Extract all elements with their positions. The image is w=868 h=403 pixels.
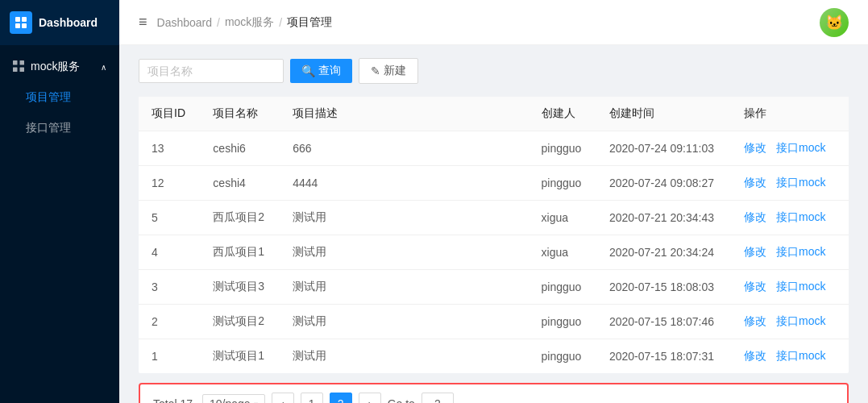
page-2-button[interactable]: 2 (330, 393, 352, 403)
cell-name: 西瓜项目1 (200, 235, 280, 270)
goto-label: Go to (388, 397, 415, 403)
cell-id: 12 (139, 166, 200, 201)
cell-id: 1 (139, 339, 200, 374)
cell-created: 2020-07-24 09:08:27 (596, 166, 731, 201)
cell-created: 2020-07-15 18:07:46 (596, 305, 731, 339)
cell-actions: 修改 接口mock (731, 270, 849, 305)
mock-link[interactable]: 接口mock (776, 245, 825, 258)
mock-link[interactable]: 接口mock (776, 314, 825, 327)
prev-page-button[interactable]: ‹ (272, 393, 294, 403)
cell-creator: xigua (529, 235, 596, 270)
edit-link[interactable]: 修改 (744, 280, 766, 293)
cell-desc: 测试用 (280, 339, 528, 374)
page-size-select[interactable]: 10/page ▾ (202, 394, 265, 403)
cell-actions: 修改 接口mock (731, 166, 849, 201)
sidebar-logo-text: Dashboard (39, 16, 98, 29)
edit-link[interactable]: 修改 (744, 314, 766, 327)
cell-created: 2020-07-15 18:07:31 (596, 339, 731, 374)
avatar[interactable]: 🐱 (820, 8, 849, 37)
search-bar: 🔍 查询 ✎ 新建 (139, 58, 849, 84)
mock-link[interactable]: 接口mock (776, 280, 825, 293)
table-row: 12 ceshi4 4444 pingguo 2020-07-24 09:08:… (139, 166, 849, 201)
mock-link[interactable]: 接口mock (776, 176, 825, 189)
header: ≡ Dashboard / mock服务 / 项目管理 🐱 (119, 0, 868, 45)
cell-name: 测试项目3 (200, 270, 280, 305)
cell-desc: 测试用 (280, 270, 528, 305)
table-row: 2 测试项目2 测试用 pingguo 2020-07-15 18:07:46 … (139, 305, 849, 339)
cell-actions: 修改 接口mock (731, 305, 849, 339)
cell-actions: 修改 接口mock (731, 131, 849, 166)
breadcrumb-current: 项目管理 (287, 15, 332, 30)
edit-link[interactable]: 修改 (744, 141, 766, 154)
sidebar-group-mock: mock服务 ∧ 项目管理 接口管理 (0, 52, 119, 143)
logo-icon (10, 11, 32, 34)
query-label: 查询 (318, 64, 341, 78)
goto-input[interactable] (422, 393, 454, 403)
query-button[interactable]: 🔍 查询 (290, 59, 352, 83)
cell-created: 2020-07-15 18:08:03 (596, 270, 731, 305)
menu-toggle-icon[interactable]: ≡ (139, 14, 147, 31)
cell-desc: 测试用 (280, 235, 528, 270)
cell-name: 测试项目1 (200, 339, 280, 374)
sidebar-group-mock-header[interactable]: mock服务 ∧ (0, 52, 119, 82)
edit-icon: ✎ (371, 64, 380, 77)
cell-name: 测试项目2 (200, 305, 280, 339)
search-input[interactable] (139, 59, 284, 83)
svg-rect-5 (20, 60, 25, 65)
svg-rect-3 (22, 23, 27, 28)
edit-link[interactable]: 修改 (744, 210, 766, 223)
cell-desc: 666 (280, 131, 528, 166)
mock-link[interactable]: 接口mock (776, 349, 825, 362)
avatar-image: 🐱 (820, 8, 849, 37)
chevron-up-icon: ∧ (101, 63, 106, 72)
mock-link[interactable]: 接口mock (776, 210, 825, 223)
cell-creator: pingguo (529, 339, 596, 374)
cell-creator: pingguo (529, 305, 596, 339)
breadcrumb-mock[interactable]: mock服务 (225, 15, 274, 30)
cell-desc: 测试用 (280, 305, 528, 339)
col-creator: 创建人 (529, 97, 596, 131)
cell-created: 2020-07-21 20:34:24 (596, 235, 731, 270)
header-right: 🐱 (820, 8, 849, 37)
page-1-button[interactable]: 1 (301, 393, 323, 403)
svg-rect-7 (20, 67, 25, 72)
sidebar-item-project-mgmt[interactable]: 项目管理 (0, 82, 119, 113)
col-desc: 项目描述 (280, 97, 528, 131)
sidebar-logo[interactable]: Dashboard (0, 0, 119, 45)
table-row: 1 测试项目1 测试用 pingguo 2020-07-15 18:07:31 … (139, 339, 849, 374)
new-label: 新建 (384, 64, 406, 78)
cell-id: 5 (139, 201, 200, 235)
mock-link[interactable]: 接口mock (776, 141, 825, 154)
cell-id: 3 (139, 270, 200, 305)
edit-link[interactable]: 修改 (744, 245, 766, 258)
sidebar: Dashboard mock服务 ∧ 项目管理 (0, 0, 119, 403)
svg-rect-0 (15, 17, 20, 22)
svg-rect-4 (13, 60, 18, 65)
cell-name: ceshi4 (200, 166, 280, 201)
sidebar-group-mock-label: mock服务 (31, 60, 80, 74)
breadcrumb-sep-1: / (217, 16, 220, 29)
page-content: 🔍 查询 ✎ 新建 项目ID 项目名称 项目描述 创建人 创建时间 操作 (119, 45, 868, 403)
col-name: 项目名称 (200, 97, 280, 131)
edit-link[interactable]: 修改 (744, 349, 766, 362)
cell-desc: 4444 (280, 166, 528, 201)
next-page-button[interactable]: › (359, 393, 381, 403)
table-row: 3 测试项目3 测试用 pingguo 2020-07-15 18:08:03 … (139, 270, 849, 305)
sidebar-item-api-mgmt[interactable]: 接口管理 (0, 113, 119, 143)
pagination-bar: Total 17 10/page ▾ ‹ 1 2 › Go to (139, 383, 849, 403)
cell-actions: 修改 接口mock (731, 235, 849, 270)
main-content: ≡ Dashboard / mock服务 / 项目管理 🐱 🔍 查询 (119, 0, 868, 403)
svg-rect-6 (13, 67, 18, 72)
breadcrumb: Dashboard / mock服务 / 项目管理 (157, 15, 333, 30)
cell-creator: pingguo (529, 166, 596, 201)
cell-created: 2020-07-24 09:11:03 (596, 131, 731, 166)
svg-rect-2 (15, 23, 20, 28)
pagination-total: Total 17 (153, 397, 193, 403)
header-left: ≡ Dashboard / mock服务 / 项目管理 (139, 14, 332, 31)
breadcrumb-dashboard[interactable]: Dashboard (157, 16, 213, 29)
cell-id: 2 (139, 305, 200, 339)
data-table: 项目ID 项目名称 项目描述 创建人 创建时间 操作 13 ceshi6 666… (139, 97, 849, 373)
new-button[interactable]: ✎ 新建 (359, 58, 418, 84)
edit-link[interactable]: 修改 (744, 176, 766, 189)
cell-desc: 测试用 (280, 201, 528, 235)
